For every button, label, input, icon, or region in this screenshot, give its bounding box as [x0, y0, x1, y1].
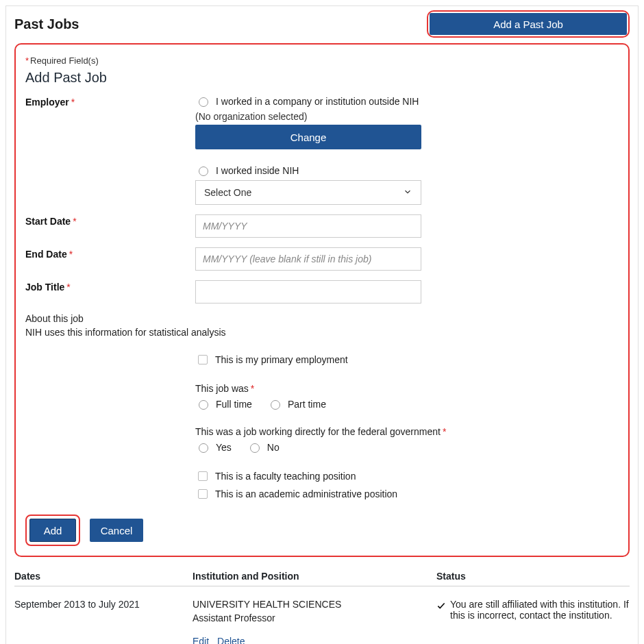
- start-date-input[interactable]: [195, 214, 421, 238]
- check-icon: [436, 599, 446, 612]
- employer-outside-option[interactable]: I worked in a company or institution out…: [195, 95, 456, 107]
- col-dates-header: Dates: [14, 571, 193, 582]
- cancel-button[interactable]: Cancel: [90, 519, 143, 542]
- page-title: Past Jobs: [14, 16, 79, 32]
- job-was-group: Full time Part time: [195, 398, 456, 414]
- row-institution: UNIVERSITY HEALTH SCIENCES: [193, 599, 436, 610]
- primary-employment-option[interactable]: This is my primary employment: [195, 353, 456, 367]
- edit-link[interactable]: Edit: [193, 636, 209, 644]
- asterisk-icon: *: [66, 282, 70, 293]
- primary-employment-label: This is my primary employment: [215, 354, 348, 365]
- employer-inside-label: I worked inside NIH: [216, 165, 299, 176]
- required-fields-note: *Required Field(s): [25, 55, 619, 66]
- row-dates: September 2013 to July 2021: [14, 599, 193, 644]
- asterisk-icon: *: [443, 426, 446, 437]
- federal-no-label: No: [267, 442, 280, 453]
- employer-inside-radio[interactable]: [199, 166, 208, 176]
- header-row: Past Jobs Add a Past Job: [14, 6, 630, 43]
- about-sub: NIH uses this information for statistica…: [25, 327, 619, 338]
- fulltime-label: Full time: [216, 399, 252, 410]
- table-row: September 2013 to July 2021 UNIVERSITY H…: [14, 586, 630, 644]
- col-inst-header: Institution and Position: [193, 571, 436, 582]
- federal-no-option[interactable]: No: [247, 441, 280, 453]
- change-button[interactable]: Change: [195, 125, 421, 149]
- row-position: Assistant Professor: [193, 612, 436, 623]
- add-button[interactable]: Add: [29, 519, 76, 542]
- fulltime-radio[interactable]: [199, 400, 208, 410]
- federal-yes-label: Yes: [216, 442, 232, 453]
- asterisk-icon: *: [251, 383, 254, 394]
- add-past-job-form: *Required Field(s) Add Past Job Employer…: [14, 43, 630, 557]
- add-past-job-button[interactable]: Add a Past Job: [430, 13, 627, 35]
- parttime-label: Part time: [288, 399, 326, 410]
- row-status: You are still affiliated with this insti…: [450, 599, 630, 621]
- asterisk-icon: *: [25, 55, 29, 66]
- parttime-option[interactable]: Part time: [267, 398, 326, 410]
- academic-admin-option[interactable]: This is an academic administrative posit…: [195, 487, 456, 501]
- federal-group: Yes No: [195, 441, 456, 457]
- faculty-teaching-option[interactable]: This is a faculty teaching position: [195, 469, 456, 483]
- col-status-header: Status: [436, 571, 630, 582]
- fulltime-option[interactable]: Full time: [195, 398, 252, 410]
- asterisk-icon: *: [73, 216, 76, 227]
- faculty-teaching-checkbox[interactable]: [198, 471, 208, 481]
- job-title-row: Job Title*: [25, 280, 619, 304]
- federal-yes-option[interactable]: Yes: [195, 441, 232, 453]
- federal-yes-radio[interactable]: [199, 443, 208, 453]
- asterisk-icon: *: [69, 249, 73, 260]
- add-past-job-highlight: Add a Past Job: [427, 10, 630, 38]
- delete-link[interactable]: Delete: [217, 636, 245, 644]
- add-button-highlight: Add: [25, 515, 80, 546]
- end-date-row: End Date*: [25, 247, 619, 271]
- employer-row: Employer* I worked in a company or insti…: [25, 95, 619, 205]
- employer-label: Employer*: [25, 95, 195, 108]
- end-date-label: End Date*: [25, 247, 195, 260]
- job-was-label: This job was*: [195, 383, 456, 394]
- nih-org-select-value: Select One: [204, 187, 251, 198]
- end-date-input[interactable]: [195, 247, 421, 271]
- faculty-teaching-label: This is a faculty teaching position: [215, 471, 356, 482]
- no-org-selected: (No organization selected): [195, 111, 456, 122]
- parttime-radio[interactable]: [271, 400, 280, 410]
- job-title-input[interactable]: [195, 280, 421, 304]
- start-date-row: Start Date*: [25, 214, 619, 238]
- federal-label: This was a job working directly for the …: [195, 426, 456, 437]
- start-date-label: Start Date*: [25, 214, 195, 227]
- job-title-label: Job Title*: [25, 280, 195, 293]
- asterisk-icon: *: [71, 97, 75, 108]
- academic-admin-checkbox[interactable]: [198, 489, 208, 499]
- employer-inside-option[interactable]: I worked inside NIH: [195, 164, 456, 176]
- chevron-down-icon: [403, 187, 412, 199]
- academic-admin-label: This is an academic administrative posit…: [215, 488, 397, 499]
- about-heading: About this job: [25, 313, 619, 324]
- federal-no-radio[interactable]: [250, 443, 260, 453]
- employer-outside-radio[interactable]: [199, 97, 208, 107]
- employer-outside-label: I worked in a company or institution out…: [216, 96, 419, 107]
- required-fields-label: Required Field(s): [30, 55, 99, 66]
- primary-employment-row: This is my primary employment This job w…: [25, 353, 619, 505]
- primary-employment-checkbox[interactable]: [198, 355, 208, 364]
- form-actions: Add Cancel: [25, 515, 619, 546]
- jobs-table-header: Dates Institution and Position Status: [14, 564, 630, 586]
- nih-org-select[interactable]: Select One: [195, 180, 421, 205]
- past-jobs-panel: Past Jobs Add a Past Job *Required Field…: [5, 5, 639, 644]
- form-title: Add Past Job: [25, 70, 619, 86]
